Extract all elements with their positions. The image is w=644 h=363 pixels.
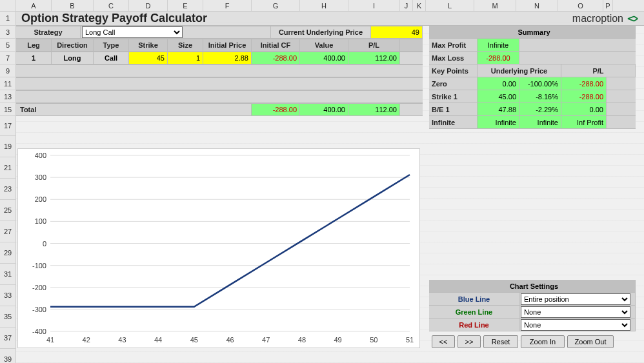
leg-type[interactable]: Call [94,52,129,64]
leg-strike[interactable]: 45 [129,52,168,64]
reset-button[interactable]: Reset [483,335,518,348]
kp-hdr-pl: P/L [561,64,636,77]
keypoint-row: B/E 147.88-2.29%0.00 [429,103,636,116]
row-9[interactable]: 9 [0,64,16,77]
max-loss-value: -288.00 [478,52,519,64]
row-headers: 1 3 5 7 9 11 13 15 17 19 21 23 25 27 29 … [0,12,16,363]
kp-v3: -288.00 [561,90,607,103]
row-3[interactable]: 3 [0,26,16,39]
leg-initcf: -288.00 [252,52,300,64]
col-J[interactable]: J [400,0,413,11]
keypoint-row: Strike 145.00-8.16%-288.00 [429,90,636,103]
keypoints-title: Key Points [429,64,478,77]
prev-button[interactable]: << [432,335,455,348]
col-F[interactable]: F [203,0,252,11]
green-line-select[interactable]: None [521,306,630,318]
hdr-value: Value [300,39,348,51]
kp-v1: 0.00 [478,77,519,90]
svg-text:-100: -100 [32,262,46,270]
col-C[interactable]: C [94,0,129,11]
kp-v2: -2.29% [519,103,561,115]
brand-logo: macroption [572,13,639,25]
max-profit-value: Infinite [478,39,519,51]
kp-v2: -100.00% [519,77,561,90]
kp-v1: 45.00 [478,90,519,103]
row-1[interactable]: 1 [0,12,16,26]
cup-label: Current Underlying Price [271,26,371,38]
svg-text:-300: -300 [32,306,46,313]
row-35[interactable]: 35 [0,306,16,328]
next-button[interactable]: >> [458,335,481,348]
col-A[interactable]: A [16,0,52,11]
zoomin-button[interactable]: Zoom In [521,335,565,348]
kp-name: Infinite [429,116,478,128]
leg-value: 400.00 [300,52,348,64]
row-39[interactable]: 39 [0,349,16,363]
hdr-pl: P/L [348,39,400,51]
leg-direction[interactable]: Long [52,52,94,64]
svg-text:400: 400 [35,152,46,159]
col-N[interactable]: N [516,0,558,11]
row-5[interactable]: 5 [0,39,16,52]
column-headers: A B C D E F G H I J K L M N O P [0,0,644,12]
col-L[interactable]: L [426,0,474,11]
kp-v1: 47.88 [478,103,519,115]
payoff-chart: -400-300-200-100010020030040041424344454… [17,148,420,348]
zoomout-button[interactable]: Zoom Out [567,335,614,348]
max-loss-label: Max Loss [429,52,478,64]
red-line-label: Red Line [429,319,519,331]
svg-text:-200: -200 [32,284,46,291]
col-O[interactable]: O [558,0,603,11]
svg-text:50: 50 [370,336,377,344]
cup-value[interactable]: 49 [371,26,423,38]
total-label: Total [16,104,252,115]
col-G[interactable]: G [252,0,300,11]
row-37[interactable]: 37 [0,328,16,349]
hdr-initcf: Initial CF [252,39,300,51]
col-P[interactable]: P [603,0,613,11]
kp-name: Strike 1 [429,90,478,103]
row-33[interactable]: 33 [0,285,16,306]
row-7[interactable]: 7 [0,52,16,64]
row-17[interactable]: 17 [0,116,16,136]
col-K[interactable]: K [413,0,426,11]
col-M[interactable]: M [474,0,516,11]
leg-row: 1 Long Call 45 1 2.88 -288.00 400.00 112… [16,52,423,64]
row-19[interactable]: 19 [0,136,16,157]
max-profit-label: Max Profit [429,39,478,51]
kp-v2: Infinite [519,116,561,128]
red-line-select[interactable]: None [521,319,630,331]
blue-line-select[interactable]: Entire position [521,293,630,305]
col-I[interactable]: I [348,0,400,11]
leg-initprice[interactable]: 2.88 [203,52,252,64]
row-21[interactable]: 21 [0,157,16,179]
row-15[interactable]: 15 [0,103,16,116]
strategy-label: Strategy [16,26,81,38]
row-11[interactable]: 11 [0,77,16,90]
hdr-size: Size [168,39,203,51]
keypoint-row: InfiniteInfiniteInfiniteInf Profit [429,116,636,129]
svg-text:-400: -400 [32,328,46,335]
hdr-leg: Leg [16,39,52,51]
leg-num: 1 [16,52,52,64]
row-29[interactable]: 29 [0,242,16,264]
row-31[interactable]: 31 [0,264,16,285]
svg-text:48: 48 [298,336,306,344]
svg-text:44: 44 [154,336,162,344]
svg-text:0: 0 [43,240,46,248]
leg-size[interactable]: 1 [168,52,203,64]
row-13[interactable]: 13 [0,90,16,103]
row-25[interactable]: 25 [0,200,16,221]
leg-pl: 112.00 [348,52,400,64]
col-H[interactable]: H [300,0,348,11]
svg-text:47: 47 [262,336,270,344]
strategy-select[interactable]: Long Call [82,26,183,38]
row-23[interactable]: 23 [0,179,16,200]
kp-v2: -8.16% [519,90,561,103]
col-D[interactable]: D [129,0,168,11]
col-E[interactable]: E [168,0,203,11]
row-27[interactable]: 27 [0,221,16,242]
col-B[interactable]: B [52,0,94,11]
kp-hdr-up: Underlying Price [478,64,561,77]
page-title: Option Strategy Payoff Calculator [21,12,572,25]
